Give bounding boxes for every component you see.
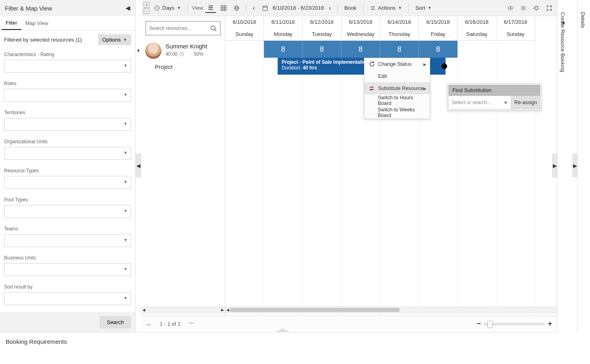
- filter-label: Business Units: [4, 255, 131, 261]
- collapse-all-icon[interactable]: －: [144, 8, 149, 14]
- resource-hours: 40:00: [165, 51, 178, 57]
- filter-summary-row: Filtered by selected resources (1) Optio…: [0, 31, 135, 48]
- actions-dropdown[interactable]: Actions ▼: [368, 3, 405, 13]
- menu-edit[interactable]: Edit: [364, 70, 430, 82]
- tab-filter[interactable]: Filter: [2, 17, 21, 30]
- org-units-select[interactable]: [4, 147, 131, 160]
- submenu-title: Find Substitution: [448, 85, 540, 96]
- filter-label: Characteristics - Rating: [4, 52, 131, 57]
- zoom-in-icon[interactable]: +: [548, 320, 552, 328]
- filter-label: Sort result by: [4, 284, 131, 290]
- pager-prev[interactable]: ︿: [146, 320, 152, 328]
- view-map-button[interactable]: [231, 4, 242, 13]
- booking-handle[interactable]: [441, 63, 447, 69]
- view-grid-button[interactable]: [218, 4, 229, 13]
- booking-requirements-bar[interactable]: Booking Requirements: [0, 332, 557, 351]
- territories-select[interactable]: [4, 118, 131, 131]
- substitute-select[interactable]: Select or search... ▼: [448, 96, 511, 109]
- chevron-right-icon: ▶: [423, 86, 427, 91]
- filter-label: Teams: [4, 226, 131, 232]
- create-booking-panel-collapsed[interactable]: ◀ Create Resource Booking: [557, 0, 570, 332]
- details-label: Details: [577, 8, 588, 32]
- expand-all-icon[interactable]: ＋: [144, 2, 149, 8]
- clock-icon: [154, 5, 160, 11]
- roles-select[interactable]: [4, 89, 131, 102]
- resource-types-select[interactable]: [4, 176, 131, 189]
- book-button[interactable]: Book: [342, 3, 359, 13]
- status-icon: [368, 61, 375, 67]
- resource-row[interactable]: ▼ Summer Knight 40:00 50%: [141, 40, 225, 61]
- collapse-left-icon[interactable]: ◀: [126, 4, 130, 12]
- visibility-button[interactable]: [505, 4, 516, 13]
- fullscreen-button[interactable]: [544, 4, 554, 13]
- context-menu: Change Status ▶ Edit Substitute Resource…: [364, 58, 430, 119]
- separator: [187, 4, 188, 13]
- allocation-cell[interactable]: 8: [303, 41, 341, 58]
- sort-result-select[interactable]: [4, 292, 131, 305]
- pager-text: 1 - 1 of 1: [160, 321, 180, 327]
- date-picker-button[interactable]: [260, 4, 270, 13]
- characteristics-select[interactable]: [4, 60, 131, 73]
- menu-label: Change Status: [378, 61, 412, 67]
- time-scale-label: Days: [162, 5, 174, 11]
- calendar-icon: [262, 5, 268, 11]
- gear-icon: [521, 5, 526, 11]
- menu-change-status[interactable]: Change Status ▶: [364, 58, 430, 70]
- svg-rect-4: [263, 6, 267, 10]
- refresh-icon: [534, 5, 539, 11]
- caret-down-icon[interactable]: ▼: [136, 48, 140, 53]
- menu-substitute-resource[interactable]: Substitute Resource ▶: [364, 82, 430, 94]
- calendar-area: 6/10/2018Sunday 6/11/2018Monday 6/12/201…: [225, 16, 557, 316]
- resource-hscroll[interactable]: ◀▶: [141, 307, 225, 313]
- list-icon: [208, 5, 213, 10]
- caret-down-icon: ▼: [504, 100, 508, 105]
- options-button[interactable]: Options ▼: [98, 34, 131, 45]
- col-date: 6/15/2018: [419, 16, 457, 28]
- filter-summary-text: Filtered by selected resources (1): [4, 37, 82, 43]
- sort-dropdown[interactable]: Sort ▼: [413, 3, 434, 13]
- business-units-select[interactable]: [4, 263, 131, 276]
- separator: [246, 4, 246, 13]
- board-toolbar: ＋ － Days ▼ View ‹ 6/10/2018 - 6/23/2018 …: [141, 0, 557, 16]
- svg-rect-1: [221, 5, 226, 10]
- zoom-slider[interactable]: [484, 323, 544, 325]
- time-scale-dropdown[interactable]: Days ▼: [152, 3, 183, 13]
- view-label: View: [192, 5, 203, 11]
- allocation-cell[interactable]: 8: [264, 41, 303, 58]
- scroll-thumb[interactable]: [230, 308, 400, 312]
- details-panel-collapsed[interactable]: Details: [577, 0, 590, 332]
- allocation-cell[interactable]: 8: [419, 41, 458, 58]
- menu-switch-weeks[interactable]: Switch to Weeks Board: [364, 107, 430, 119]
- search-button[interactable]: Search: [100, 316, 131, 328]
- calendar-hscroll[interactable]: ◀: [225, 307, 557, 313]
- allocation-cell[interactable]: 8: [380, 41, 419, 58]
- filter-panel: Filter & Map View ◀ Filter Map View Filt…: [0, 0, 136, 332]
- teams-select[interactable]: [4, 234, 131, 247]
- left-collapse-handle[interactable]: ◀: [136, 153, 141, 178]
- reassign-button[interactable]: Re-assign: [511, 96, 540, 109]
- right-collapse-handle-1[interactable]: ▶: [552, 153, 558, 178]
- pool-types-select[interactable]: [4, 205, 131, 218]
- nav-prev-button[interactable]: ‹: [250, 3, 257, 13]
- resource-search: [145, 21, 221, 36]
- refresh-button[interactable]: [531, 4, 542, 13]
- separator: [363, 4, 364, 13]
- col-dow: Tuesday: [303, 28, 341, 40]
- right-collapse-handle-2[interactable]: ▶: [572, 153, 578, 178]
- col-dow: Monday: [264, 28, 302, 40]
- settings-button[interactable]: [518, 4, 529, 13]
- nav-next-button[interactable]: ›: [326, 3, 333, 13]
- menu-label: Switch to Hours Board: [378, 95, 426, 106]
- allocation-cell[interactable]: 8: [341, 41, 380, 58]
- menu-label: Substitute Resource: [378, 86, 424, 91]
- search-icon[interactable]: [210, 25, 217, 31]
- menu-switch-hours[interactable]: Switch to Hours Board: [364, 94, 430, 107]
- search-input[interactable]: [149, 25, 206, 31]
- pager-next[interactable]: ﹀: [188, 320, 194, 328]
- calendar-body[interactable]: 8 8 8 8 8 Project - Point of Sale implem…: [225, 41, 557, 315]
- view-list-button[interactable]: [205, 3, 216, 13]
- zoom-out-icon[interactable]: −: [477, 320, 481, 328]
- filter-panel-tabs: Filter Map View: [0, 16, 135, 31]
- tab-map-view[interactable]: Map View: [21, 17, 52, 29]
- zoom-thumb[interactable]: [487, 321, 492, 328]
